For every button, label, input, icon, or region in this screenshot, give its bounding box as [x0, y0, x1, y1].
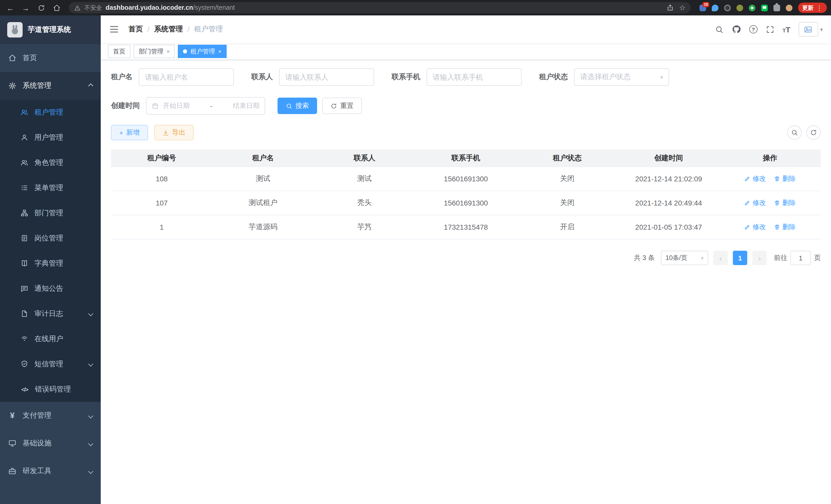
url-text[interactable]: dashboard.yudao.iocoder.cn/system/tenant	[106, 4, 235, 11]
extension-icon-1[interactable]: 10	[699, 4, 707, 11]
font-size-icon[interactable]: TT	[782, 25, 791, 33]
toggle-search-button[interactable]	[787, 125, 802, 140]
yen-icon: ¥	[8, 411, 17, 420]
bookmark-star-icon[interactable]: ☆	[679, 4, 686, 11]
extension-icon-6[interactable]	[761, 4, 768, 11]
extension-icon-3[interactable]	[724, 4, 731, 11]
table-header: 租户编号 租户名 联系人 联系手机 租户状态 创建时间 操作	[111, 149, 821, 167]
export-button[interactable]: 导出	[154, 125, 194, 140]
tenant-name-label: 租户名	[111, 72, 133, 82]
sidebar-item-tenant[interactable]: 租户管理	[0, 100, 101, 125]
active-dot	[183, 49, 187, 53]
tab-dept[interactable]: 部门管理 ×	[134, 45, 175, 58]
edit-link[interactable]: 修改	[744, 223, 766, 232]
user-avatar[interactable]: ▾	[799, 22, 823, 36]
extensions-puzzle-icon[interactable]	[773, 4, 781, 11]
delete-link[interactable]: 删除	[774, 198, 796, 208]
prev-page-button[interactable]: ‹	[713, 251, 728, 265]
sidebar-item-home[interactable]: 首页	[0, 44, 101, 72]
calendar-icon	[152, 102, 159, 110]
sidebar-item-payment[interactable]: ¥ 支付管理	[0, 402, 101, 429]
delete-link[interactable]: 删除	[774, 223, 796, 232]
signal-icon	[21, 335, 28, 343]
chevron-down-icon	[88, 469, 93, 474]
sidebar-item-menu[interactable]: 菜单管理	[0, 175, 101, 200]
tab-tenant[interactable]: 租户管理 ×	[178, 45, 227, 58]
extension-icon-4[interactable]	[736, 4, 744, 11]
sidebar-item-infra[interactable]: 基础设施	[0, 429, 101, 457]
table-row: 1 芋道源码 芋艿 17321315478 开启 2021-01-05 17:0…	[111, 215, 821, 239]
search-icon	[791, 129, 798, 136]
sidebar-item-online-user[interactable]: 在线用户	[0, 326, 101, 351]
browser-reload-icon[interactable]	[35, 2, 47, 14]
sidebar-item-user[interactable]: 用户管理	[0, 125, 101, 150]
extension-icon-2[interactable]	[711, 4, 719, 11]
close-icon[interactable]: ×	[167, 48, 170, 55]
security-label[interactable]: 不安全	[84, 4, 102, 11]
caret-down-icon: ▾	[820, 26, 823, 32]
breadcrumb-system[interactable]: 系统管理	[154, 25, 183, 34]
chevron-down-icon	[88, 311, 93, 316]
browser-home-icon[interactable]	[50, 2, 63, 14]
tab-home[interactable]: 首页	[108, 45, 131, 58]
tenant-name-input[interactable]	[139, 68, 234, 86]
sidebar-item-post[interactable]: 岗位管理	[0, 226, 101, 251]
sidebar-item-system[interactable]: 系统管理	[0, 72, 101, 100]
sidebar-item-dict[interactable]: 字典管理	[0, 251, 101, 276]
status-select[interactable]: 请选择租户状态 ▾	[574, 68, 669, 86]
contact-input[interactable]	[279, 68, 374, 86]
browser-menu-icon[interactable]: ⋮	[816, 4, 823, 11]
sidebar-item-error-code[interactable]: </> 错误码管理	[0, 377, 101, 402]
sidebar-toggle-icon[interactable]	[109, 24, 119, 34]
trash-icon	[774, 176, 780, 182]
org-tree-icon	[21, 209, 28, 217]
close-icon[interactable]: ×	[218, 48, 222, 55]
address-bar[interactable]: 不安全 dashboard.yudao.iocoder.cn/system/te…	[69, 2, 691, 13]
users-icon	[21, 109, 28, 116]
toolbox-icon	[8, 467, 17, 475]
extension-icon-5[interactable]	[748, 4, 756, 11]
next-page-button[interactable]: ›	[752, 251, 767, 265]
caret-down-icon: ▾	[660, 74, 663, 80]
sidebar-item-audit-log[interactable]: 审计日志	[0, 301, 101, 326]
gear-icon	[8, 82, 17, 90]
refresh-table-button[interactable]	[806, 125, 821, 140]
help-icon[interactable]: ?	[749, 25, 757, 33]
table-row: 108 测试 测试 15601691300 关闭 2021-12-14 21:0…	[111, 167, 821, 191]
sidebar-item-notice[interactable]: 通知公告	[0, 276, 101, 301]
sidebar-item-role[interactable]: 角色管理	[0, 150, 101, 175]
profile-avatar-icon[interactable]	[785, 4, 793, 11]
browser-forward-icon[interactable]: →	[20, 2, 32, 14]
share-icon[interactable]	[667, 4, 674, 11]
code-icon: </>	[21, 386, 29, 392]
sidebar-item-devtools[interactable]: 研发工具	[0, 457, 101, 485]
search-button[interactable]: 搜索	[278, 98, 317, 114]
reset-button[interactable]: 重置	[322, 98, 362, 114]
sidebar-item-sms[interactable]: 短信管理	[0, 351, 101, 377]
pencil-icon	[744, 200, 751, 206]
phone-input[interactable]	[427, 68, 522, 86]
edit-link[interactable]: 修改	[744, 174, 766, 183]
book-icon	[21, 260, 28, 267]
badge-icon	[21, 234, 28, 242]
add-button[interactable]: + 新增	[111, 125, 148, 140]
table-row: 107 测试租户 秃头 15601691300 关闭 2021-12-14 20…	[111, 191, 821, 215]
github-icon[interactable]	[732, 25, 741, 34]
avatar-broken-image-icon	[799, 22, 818, 36]
fullscreen-icon[interactable]	[766, 25, 774, 34]
browser-update-button[interactable]: 更新 ⋮	[798, 3, 827, 13]
page-size-select[interactable]: 10条/页 ▾	[661, 251, 708, 265]
header-search-icon[interactable]	[715, 25, 723, 34]
browser-back-icon[interactable]: ←	[4, 2, 17, 14]
page-number-1[interactable]: 1	[733, 251, 747, 265]
goto-page-input[interactable]	[791, 251, 811, 265]
home-icon	[8, 54, 17, 62]
edit-link[interactable]: 修改	[744, 198, 766, 208]
breadcrumb-home[interactable]: 首页	[128, 25, 143, 34]
status-label: 租户状态	[539, 72, 568, 82]
pagination-total: 共 3 条	[634, 253, 655, 263]
delete-link[interactable]: 删除	[774, 174, 796, 183]
sidebar-item-dept[interactable]: 部门管理	[0, 200, 101, 226]
create-time-range-picker[interactable]: 开始日期 - 结束日期	[146, 97, 265, 115]
sidebar-logo[interactable]: 芋道管理系统	[0, 16, 101, 44]
